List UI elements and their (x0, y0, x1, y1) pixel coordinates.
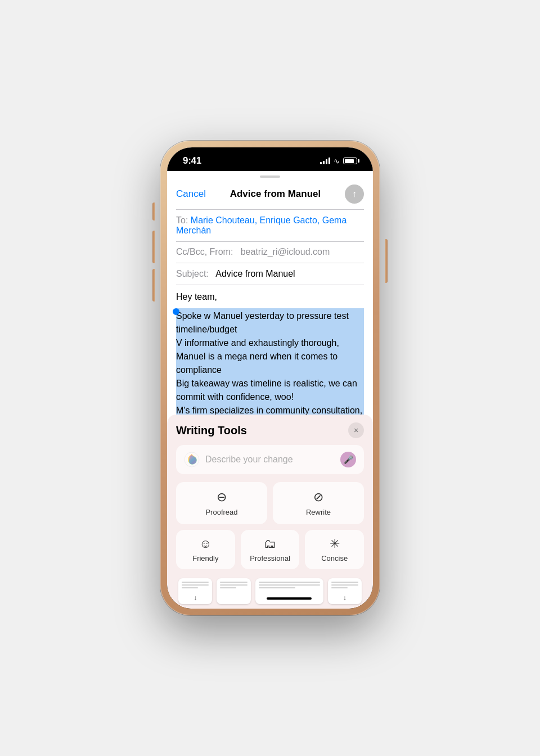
mini-kb-arrow-4: ↓ (343, 594, 346, 602)
rewrite-button[interactable]: ⊘ Rewrite (273, 482, 364, 524)
battery-fill (345, 159, 354, 163)
mini-kb-line (259, 582, 320, 583)
rewrite-icon: ⊘ (313, 490, 323, 505)
rewrite-label: Rewrite (306, 508, 331, 516)
signal-bar-1 (320, 162, 322, 164)
ai-icon (184, 452, 200, 467)
selected-text-container: Spoke w Manuel yesterday to pressure tes… (176, 308, 364, 415)
status-bar: 9:41 ∿ (167, 147, 373, 171)
close-writing-tools-button[interactable]: × (348, 422, 364, 438)
volume-down-button[interactable] (152, 269, 155, 302)
mini-kb-lines-2 (220, 582, 247, 588)
mini-keyboard-row: ↓ (176, 576, 364, 609)
proofread-icon: ⊖ (217, 490, 227, 505)
signal-bar-3 (326, 159, 327, 164)
signal-bar-4 (328, 158, 330, 164)
wifi-icon: ∿ (334, 157, 340, 165)
mini-kb-line (331, 582, 358, 583)
writing-tools-title: Writing Tools (176, 424, 247, 437)
concise-icon: ✳ (330, 537, 340, 551)
to-value: Marie Chouteau, Enrique Gacto, Gema Merc… (176, 215, 346, 235)
mini-kb-card-3[interactable] (255, 578, 323, 604)
send-button[interactable]: ↑ (345, 184, 364, 204)
mute-button[interactable] (152, 202, 155, 220)
mini-kb-card-1[interactable]: ↓ (178, 578, 212, 604)
phone-screen: 9:41 ∿ (167, 147, 373, 609)
mini-kb-card-2[interactable] (217, 578, 250, 604)
mini-kb-line-short (220, 587, 236, 588)
mini-kb-line-short (331, 587, 348, 588)
writing-tools-header: Writing Tools × (176, 422, 364, 438)
subject-label: Subject: (176, 269, 209, 278)
selected-body-text: Spoke w Manuel yesterday to pressure tes… (176, 308, 364, 415)
subject-value: Advice from Manuel (215, 269, 295, 278)
concise-label: Concise (321, 554, 348, 562)
status-time: 9:41 (183, 155, 201, 166)
mini-kb-line (182, 584, 209, 586)
battery-icon (343, 158, 357, 164)
subject-field[interactable]: Subject: Advice from Manuel (167, 263, 373, 285)
proofread-label: Proofread (205, 508, 237, 516)
mini-kb-line (220, 584, 247, 586)
home-indicator (267, 597, 312, 600)
mini-kb-line (182, 582, 209, 583)
friendly-icon: ☺ (199, 537, 212, 551)
status-icons: ∿ (320, 157, 357, 165)
writing-tools-panel: Writing Tools × (167, 415, 373, 609)
mini-kb-lines-1 (182, 582, 209, 588)
phone-frame: 9:41 ∿ (160, 141, 380, 615)
body-greeting: Hey team, (176, 290, 364, 304)
mini-kb-lines-4 (331, 582, 358, 588)
concise-button[interactable]: ✳ Concise (305, 530, 364, 569)
cc-field[interactable]: Cc/Bcc, From: beatriz_ri@icloud.com (167, 241, 373, 263)
mini-kb-line (220, 582, 247, 583)
to-label: To: (176, 215, 188, 225)
professional-label: Professional (250, 554, 290, 562)
close-icon: × (354, 426, 358, 435)
cc-value: beatriz_ri@icloud.com (241, 247, 330, 256)
professional-button[interactable]: 🗂 Professional (241, 530, 300, 569)
to-field[interactable]: To: Marie Chouteau, Enrique Gacto, Gema … (167, 210, 373, 241)
volume-up-button[interactable] (152, 231, 155, 263)
professional-icon: 🗂 (264, 537, 276, 551)
mini-kb-line (259, 584, 320, 586)
cc-label: Cc/Bcc, From: (176, 247, 233, 256)
mini-kb-line-short (259, 587, 295, 588)
send-icon: ↑ (352, 189, 357, 199)
email-body[interactable]: Hey team, Spoke w Manuel yesterday to pr… (167, 285, 373, 415)
mail-header: Cancel Advice from Manuel ↑ (167, 180, 373, 209)
mini-kb-card-4[interactable]: ↓ (328, 578, 362, 604)
friendly-button[interactable]: ☺ Friendly (176, 530, 235, 569)
mini-kb-lines-3 (259, 582, 320, 588)
tools-row-2: ☺ Friendly 🗂 Professional ✳ Concise (176, 530, 364, 569)
mic-button[interactable]: 🎤 (340, 452, 356, 467)
cancel-button[interactable]: Cancel (176, 188, 206, 200)
screen-content: 9:41 ∿ (167, 147, 373, 609)
drag-handle (260, 176, 280, 178)
email-title: Advice from Manuel (230, 188, 321, 200)
selection-handle-start (173, 308, 179, 315)
proofread-button[interactable]: ⊖ Proofread (176, 482, 267, 524)
describe-input-row[interactable]: Describe your change 🎤 (176, 445, 364, 474)
mini-kb-arrow-1: ↓ (194, 594, 197, 602)
email-container: Cancel Advice from Manuel ↑ To: Marie Ch… (167, 171, 373, 609)
tools-row-1: ⊖ Proofread ⊘ Rewrite (176, 482, 364, 524)
friendly-label: Friendly (192, 554, 218, 562)
signal-bar-2 (323, 161, 325, 164)
mic-icon: 🎤 (344, 455, 353, 464)
describe-placeholder[interactable]: Describe your change (205, 454, 335, 465)
mini-kb-line (331, 584, 358, 586)
mini-kb-line-short (182, 587, 198, 588)
signal-icon (320, 158, 330, 164)
power-button[interactable] (385, 239, 388, 283)
